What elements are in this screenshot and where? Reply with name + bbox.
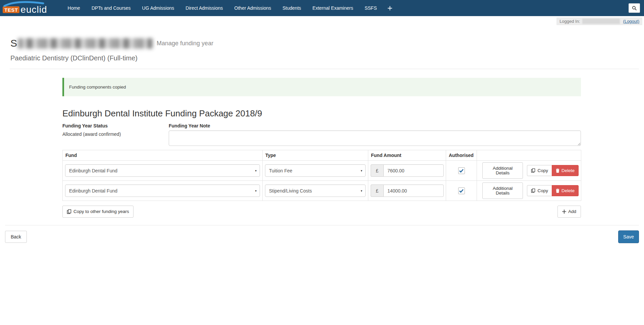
euclid-logo[interactable]: TEST euclid (3, 0, 47, 16)
page-footer: Back Save (5, 230, 639, 243)
search-icon (632, 6, 637, 11)
add-button[interactable]: Add (557, 206, 581, 218)
dropdown-caret-icon: ▾ (255, 169, 257, 172)
logged-in-box: Logged In: (Logout) (556, 17, 642, 25)
student-name-redacted (18, 38, 153, 49)
fund-amount-input[interactable] (383, 164, 444, 177)
copy-delete-group: Copy Delete (527, 165, 579, 176)
trash-icon (556, 168, 559, 173)
column-header-actions (477, 150, 581, 161)
fund-amount-group: £ (371, 164, 444, 177)
funding-year-status-value: Allocated (award confirmed) (62, 131, 169, 137)
fund-amount-group: £ (371, 184, 444, 197)
back-button[interactable]: Back (5, 231, 27, 243)
footer-divider (5, 225, 639, 225)
page-title: S Manage funding year (10, 38, 639, 49)
page-subtitle: Manage funding year (157, 40, 213, 47)
search-button[interactable] (629, 3, 640, 13)
nav-more-plus-icon[interactable] (383, 0, 397, 16)
trash-icon (556, 188, 559, 193)
nav-item-ug-admissions[interactable]: UG Admissions (137, 0, 180, 16)
funding-year-fields: Funding Year Status Allocated (award con… (62, 123, 581, 146)
column-header-type: Type (263, 150, 368, 161)
nav-item-ssfs[interactable]: SSFS (359, 0, 383, 16)
delete-button[interactable]: Delete (552, 165, 579, 176)
logo-test-badge: TEST (3, 6, 19, 13)
fund-amount-input[interactable] (383, 184, 444, 197)
nav-item-external-examiners[interactable]: External Examiners (307, 0, 359, 16)
logo-swoosh-icon (3, 0, 44, 7)
nav-item-other-admissions[interactable]: Other Admissions (229, 0, 277, 16)
funding-year-note-group: Funding Year Note (169, 123, 581, 146)
check-icon (459, 168, 464, 173)
funding-year-status-group: Funding Year Status Allocated (award con… (62, 123, 169, 146)
type-select[interactable]: Tuition Fee ▾ (265, 164, 366, 177)
logged-in-label: Logged In: (559, 19, 580, 24)
programme-title: Paediatric Dentistry (DClinDent) (Full-t… (10, 54, 639, 62)
navbar-menu: Home DPTs and Courses UG Admissions Dire… (62, 0, 397, 16)
nav-item-direct-admissions[interactable]: Direct Admissions (180, 0, 228, 16)
dropdown-caret-icon: ▾ (255, 189, 257, 193)
delete-button[interactable]: Delete (552, 185, 579, 197)
dropdown-caret-icon: ▾ (361, 169, 362, 172)
header-divider (10, 69, 639, 69)
currency-addon: £ (371, 164, 383, 177)
logged-in-username-redacted (582, 19, 620, 24)
additional-details-button[interactable]: Additional Details (482, 182, 523, 199)
fund-select[interactable]: Edinburgh Dental Fund ▾ (65, 184, 260, 197)
authorised-checkbox[interactable] (458, 187, 465, 194)
copy-icon (67, 209, 71, 214)
currency-addon: £ (371, 184, 383, 197)
copy-icon (531, 188, 535, 193)
funding-row-1: Edinburgh Dental Fund ▾ Tuition Fee ▾ £ (63, 161, 581, 181)
copy-icon (531, 168, 535, 173)
authorised-checkbox[interactable] (458, 167, 465, 174)
copy-to-other-funding-years-button[interactable]: Copy to other funding years (62, 206, 133, 218)
funding-package-title: Edinburgh Dental Institute Funding Packa… (62, 108, 581, 119)
check-icon (459, 188, 464, 193)
column-header-authorised: Authorised (446, 150, 477, 161)
plus-icon (562, 210, 566, 214)
funding-year-note-input[interactable] (169, 130, 581, 146)
copy-delete-group: Copy Delete (527, 185, 579, 197)
top-navbar: TEST euclid Home DPTs and Courses UG Adm… (0, 0, 644, 16)
logout-link[interactable]: (Logout) (623, 19, 639, 24)
session-bar: Logged In: (Logout) (0, 17, 644, 25)
fund-select[interactable]: Edinburgh Dental Fund ▾ (65, 164, 260, 177)
funding-year-status-label: Funding Year Status (62, 123, 169, 128)
table-header-row: Fund Type Fund Amount Authorised (63, 150, 581, 161)
nav-item-home[interactable]: Home (62, 0, 86, 16)
success-alert: Funding components copied (62, 78, 581, 96)
nav-item-dpts-and-courses[interactable]: DPTs and Courses (86, 0, 137, 16)
copy-button[interactable]: Copy (527, 165, 552, 176)
type-select[interactable]: Stipend/Living Costs ▾ (265, 184, 366, 197)
column-header-fund-amount: Fund Amount (368, 150, 446, 161)
save-button[interactable]: Save (618, 230, 639, 243)
copy-button[interactable]: Copy (527, 185, 552, 197)
funding-form-area: Funding components copied Edinburgh Dent… (62, 78, 581, 218)
column-header-fund: Fund (63, 150, 263, 161)
table-footer-actions: Copy to other funding years Add (62, 206, 581, 218)
additional-details-button[interactable]: Additional Details (482, 162, 523, 179)
student-name-initial: S (10, 38, 17, 49)
funding-components-table: Fund Type Fund Amount Authorised Edinbur… (62, 150, 581, 201)
success-alert-message: Funding components copied (69, 85, 126, 90)
page-container: S Manage funding year Paediatric Dentist… (0, 38, 644, 243)
nav-item-students[interactable]: Students (277, 0, 307, 16)
dropdown-caret-icon: ▾ (361, 189, 362, 193)
funding-row-2: Edinburgh Dental Fund ▾ Stipend/Living C… (63, 181, 581, 201)
funding-year-note-label: Funding Year Note (169, 123, 581, 128)
